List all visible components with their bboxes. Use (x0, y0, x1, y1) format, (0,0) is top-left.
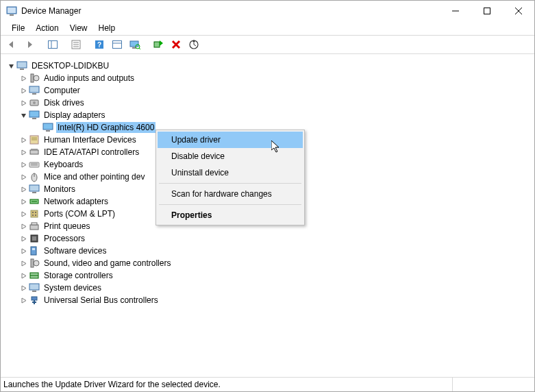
tree-category-label: Storage controllers (42, 270, 114, 281)
ctx-scan-hardware[interactable]: Scan for hardware changes (158, 186, 303, 202)
category-icon (29, 270, 40, 281)
menu-view[interactable]: View (64, 22, 93, 34)
tree-device-label: Intel(R) HD Graphics 4600 (56, 122, 155, 133)
chevron-right-icon[interactable] (18, 73, 29, 84)
svg-point-28 (34, 75, 39, 81)
update-driver-button[interactable] (186, 36, 202, 53)
svg-rect-33 (29, 111, 39, 117)
enable-button[interactable] (150, 36, 166, 53)
tree-category[interactable]: Disk drives (1, 97, 534, 109)
svg-rect-21 (154, 42, 160, 47)
svg-rect-56 (32, 223, 37, 225)
chevron-right-icon[interactable] (18, 295, 29, 306)
chevron-right-icon[interactable] (18, 97, 29, 108)
tree-category[interactable]: Processors (1, 232, 534, 245)
tree-category[interactable]: Software devices (1, 245, 534, 257)
forward-button[interactable] (21, 36, 38, 53)
tree-category[interactable]: System devices (1, 282, 534, 294)
ctx-separator (159, 204, 301, 205)
category-icon (29, 73, 40, 84)
tree-category-label: Network adapters (42, 196, 110, 207)
chevron-right-icon[interactable] (18, 184, 29, 195)
toolbar: ? (1, 35, 534, 54)
tree-category[interactable]: Storage controllers (1, 269, 534, 282)
category-icon (29, 110, 40, 121)
chevron-right-icon[interactable] (18, 258, 29, 269)
tree-category[interactable]: Computer (1, 84, 534, 97)
svg-rect-34 (32, 118, 36, 119)
statusbar: Launches the Update Driver Wizard for th… (1, 377, 534, 391)
menubar: File Action View Help (1, 21, 534, 35)
ctx-disable-device[interactable]: Disable device (158, 148, 303, 164)
menu-help[interactable]: Help (93, 22, 121, 34)
maximize-button[interactable] (471, 1, 503, 21)
ctx-uninstall-device[interactable]: Uninstall device (158, 164, 303, 181)
tree-category[interactable]: Display adapters (1, 109, 534, 121)
svg-rect-17 (130, 41, 138, 47)
svg-rect-50 (31, 210, 38, 217)
scan-button[interactable] (127, 36, 143, 53)
category-icon (29, 134, 40, 145)
svg-rect-27 (31, 74, 34, 82)
svg-rect-39 (30, 150, 38, 154)
minimize-button[interactable] (440, 1, 471, 21)
tree-category-label: Human Interface Devices (42, 134, 138, 145)
category-icon (29, 282, 40, 293)
help-button[interactable]: ? (91, 36, 108, 53)
chevron-right-icon[interactable] (18, 221, 29, 232)
svg-rect-47 (32, 192, 36, 193)
close-button[interactable] (503, 1, 534, 21)
svg-point-52 (35, 212, 36, 213)
action-button[interactable] (109, 36, 125, 53)
category-icon (29, 221, 40, 232)
chevron-right-icon[interactable] (18, 196, 29, 207)
category-icon (29, 184, 40, 195)
tree-category-label: Display adapters (42, 110, 106, 121)
svg-point-51 (32, 212, 34, 213)
svg-rect-46 (29, 185, 39, 191)
chevron-right-icon[interactable] (18, 147, 29, 158)
tree-category[interactable]: Audio inputs and outputs (1, 72, 534, 84)
tree-category[interactable]: Universal Serial Bus controllers (1, 294, 534, 306)
svg-point-62 (34, 260, 39, 266)
category-icon (29, 208, 40, 219)
show-hide-tree-button[interactable] (45, 36, 61, 53)
chevron-down-icon[interactable] (5, 60, 16, 71)
tree-category-label: Processors (42, 233, 86, 244)
uninstall-button[interactable] (168, 36, 184, 53)
chevron-right-icon[interactable] (18, 245, 29, 256)
back-button[interactable] (3, 36, 20, 53)
chevron-right-icon[interactable] (18, 233, 29, 244)
chevron-right-icon[interactable] (18, 171, 29, 182)
svg-rect-38 (32, 137, 37, 140)
menu-action[interactable]: Action (30, 22, 64, 34)
svg-rect-15 (113, 41, 122, 49)
chevron-right-icon[interactable] (18, 208, 29, 219)
svg-rect-65 (29, 284, 39, 290)
ctx-separator (159, 183, 301, 184)
chevron-right-icon[interactable] (18, 282, 29, 293)
properties-button[interactable] (68, 36, 84, 53)
tree-root[interactable]: DESKTOP-LDIDKBU (1, 60, 534, 72)
ctx-properties[interactable]: Properties (158, 207, 303, 223)
ctx-update-driver[interactable]: Update driver (158, 132, 303, 148)
chevron-down-icon[interactable] (18, 110, 29, 121)
menu-file[interactable]: File (6, 22, 30, 34)
chevron-right-icon[interactable] (18, 134, 29, 145)
chevron-right-icon[interactable] (18, 270, 29, 281)
chevron-right-icon[interactable] (18, 85, 29, 96)
titlebar: Device Manager (1, 1, 534, 21)
tree-category-label: Software devices (42, 245, 108, 256)
tree-category-label: Universal Serial Bus controllers (42, 295, 160, 306)
tree-category[interactable]: Sound, video and game controllers (1, 257, 534, 269)
tree-category-label: Ports (COM & LPT) (42, 208, 116, 219)
tree-category-label: Print queues (42, 221, 91, 232)
svg-rect-55 (30, 225, 38, 230)
category-icon (29, 147, 40, 158)
svg-rect-26 (20, 69, 24, 70)
chevron-right-icon[interactable] (18, 159, 29, 170)
tree-root-label: DESKTOP-LDIDKBU (30, 60, 110, 71)
svg-point-32 (33, 101, 36, 104)
category-icon (29, 233, 40, 244)
category-icon (29, 258, 40, 269)
